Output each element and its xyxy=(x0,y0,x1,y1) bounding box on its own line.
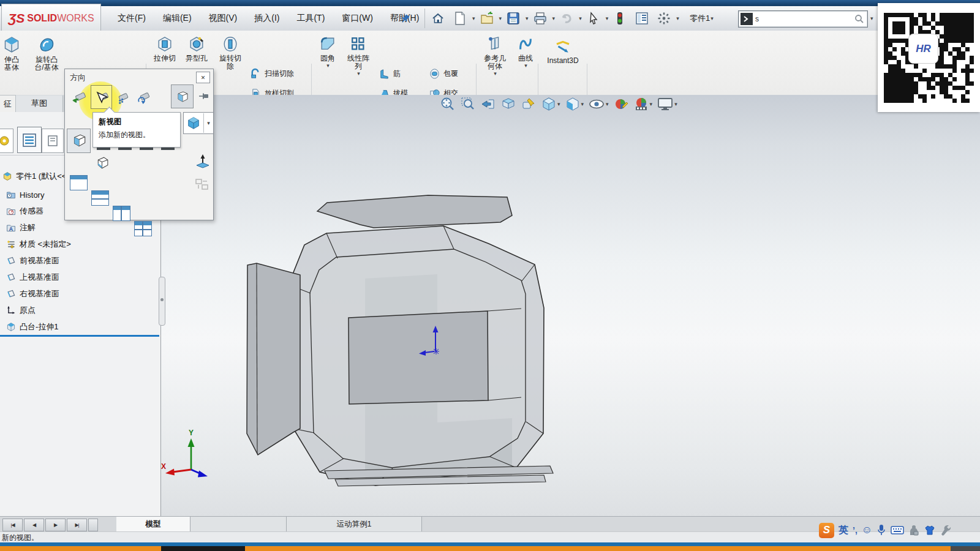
rib-button[interactable]: 筋 xyxy=(379,64,401,83)
search-commands-icon[interactable] xyxy=(741,13,753,25)
dialog-close-button[interactable]: ✕ xyxy=(196,72,210,83)
new-view-button[interactable] xyxy=(91,85,112,109)
prev-tab-nav-button[interactable]: ◀ xyxy=(24,519,44,531)
save-button[interactable] xyxy=(503,8,524,29)
document-switcher[interactable]: 零件1 ▾ xyxy=(690,6,714,31)
single-viewport-button[interactable] xyxy=(70,175,88,190)
dropdown-caret-icon[interactable]: ▾ xyxy=(676,15,679,21)
menu-view[interactable]: 视图(V) xyxy=(200,6,246,31)
linear-pattern-button[interactable]: 线性阵 列 ▾ xyxy=(342,32,375,94)
dropdown-caret-icon[interactable]: ▾ xyxy=(674,101,677,107)
dropdown-caret-icon[interactable]: ▾ xyxy=(499,15,502,21)
pattern-dropdown-caret-icon[interactable]: ▾ xyxy=(357,70,360,77)
tree-item-boss-extrude1[interactable]: 凸台-拉伸1 xyxy=(0,319,160,335)
section-view-icon[interactable] xyxy=(500,96,516,112)
dropdown-caret-icon[interactable]: ▾ xyxy=(526,15,529,21)
dropdown-caret-icon[interactable]: ▾ xyxy=(710,15,714,21)
dropdown-caret-icon[interactable]: ▾ xyxy=(581,101,584,107)
video-progress-bar[interactable] xyxy=(0,546,980,551)
tree-item-front-plane[interactable]: 前视基准面 xyxy=(0,253,160,269)
dropdown-caret-icon[interactable]: ▾ xyxy=(606,101,609,107)
model-top-plate[interactable] xyxy=(317,195,512,228)
four-viewport-button[interactable] xyxy=(134,221,152,236)
rollback-bar[interactable] xyxy=(0,335,159,337)
combo-dropdown-caret-icon[interactable]: ▾ xyxy=(203,113,213,133)
select-cursor-button[interactable] xyxy=(583,8,604,29)
view-orientation-button[interactable]: ▾ xyxy=(541,96,560,112)
search-icon[interactable] xyxy=(854,14,864,24)
dimetric-view-button[interactable] xyxy=(91,152,112,173)
ime-mic-icon[interactable] xyxy=(876,524,886,536)
search-box[interactable]: s xyxy=(738,10,868,28)
fillet-dropdown-caret-icon[interactable]: ▾ xyxy=(326,62,330,69)
options-list-button[interactable] xyxy=(631,8,652,29)
dropdown-caret-icon[interactable]: ▾ xyxy=(606,15,609,21)
tab-sketch[interactable]: 草图 xyxy=(16,96,63,112)
tree-item-origin[interactable]: 原点 xyxy=(0,302,160,318)
tab-model[interactable]: 模型 xyxy=(116,517,190,531)
swept-cut-button[interactable]: 扫描切除 xyxy=(250,64,294,83)
search-input[interactable]: s xyxy=(755,15,854,23)
ime-toolbox-icon[interactable] xyxy=(908,524,919,536)
annotation-view-icon[interactable] xyxy=(521,96,537,112)
revolved-cut-button[interactable]: 旋转切 除 xyxy=(214,32,246,94)
ime-skin-shirt-icon[interactable] xyxy=(924,524,936,536)
tree-item-right-plane[interactable]: 右视基准面 xyxy=(0,286,160,302)
ime-keyboard-icon[interactable] xyxy=(891,525,904,535)
two-viewport-horizontal-button[interactable] xyxy=(91,190,109,206)
pin-menu-icon[interactable] xyxy=(395,8,416,29)
model-center-face[interactable] xyxy=(349,311,488,404)
last-tab-nav-button[interactable]: ▶| xyxy=(67,519,87,531)
fillet-button[interactable]: 圆角 ▾ xyxy=(314,32,342,94)
undo-button[interactable] xyxy=(556,8,577,29)
tab-features[interactable]: 征 xyxy=(0,95,16,112)
normal-to-button[interactable] xyxy=(192,151,213,173)
ime-language-toggle[interactable]: 英 xyxy=(839,524,848,537)
reference-geometry-button[interactable]: 参考几 何体 ▾ xyxy=(478,32,512,94)
zoom-area-icon[interactable] xyxy=(460,96,476,112)
view-selector-button[interactable] xyxy=(69,86,89,107)
part-3d-model[interactable] xyxy=(227,184,606,493)
update-standard-views-button[interactable] xyxy=(113,86,133,107)
search-dropdown-caret-icon[interactable]: ▾ xyxy=(870,15,873,21)
extrude-boss-button[interactable]: 伸凸 基体 xyxy=(0,32,27,94)
menu-tools[interactable]: 工具(T) xyxy=(288,6,333,31)
menu-window[interactable]: 窗口(W) xyxy=(333,6,382,31)
tree-item-material[interactable]: 材质 <未指定> xyxy=(0,236,160,252)
next-tab-nav-button[interactable]: ▶ xyxy=(45,519,66,531)
ime-punctuation-toggle[interactable]: ’, xyxy=(853,525,858,535)
home-button[interactable] xyxy=(428,8,448,29)
zoom-fit-icon[interactable] xyxy=(440,96,456,112)
open-button[interactable] xyxy=(477,8,497,29)
panel-tab-clipped[interactable] xyxy=(0,129,13,153)
dropdown-caret-icon[interactable]: ▾ xyxy=(557,101,560,107)
reset-standard-views-button[interactable] xyxy=(134,86,153,107)
display-style-button[interactable]: ▾ xyxy=(565,96,584,112)
sogou-logo-icon[interactable]: S xyxy=(819,523,834,538)
menu-file[interactable]: 文件(F) xyxy=(109,6,154,31)
apply-scene-button[interactable]: ▾ xyxy=(633,96,653,112)
hide-show-items-button[interactable]: ▾ xyxy=(588,96,609,112)
dropdown-caret-icon[interactable]: ▾ xyxy=(552,15,556,21)
dropdown-caret-icon[interactable]: ▾ xyxy=(650,101,653,107)
view-cube-toggle-button[interactable] xyxy=(171,84,194,108)
instant3d-button[interactable]: Instant3D xyxy=(541,36,584,98)
two-viewport-vertical-button[interactable] xyxy=(113,206,130,221)
menu-edit[interactable]: 编辑(E) xyxy=(154,6,200,31)
panel-tab-property-manager[interactable] xyxy=(42,129,64,153)
view-settings-button[interactable]: ▾ xyxy=(657,96,677,112)
dropdown-caret-icon[interactable]: ▾ xyxy=(472,15,475,21)
first-tab-nav-button[interactable]: |◀ xyxy=(2,519,23,531)
print-button[interactable] xyxy=(530,8,551,29)
panel-splitter-handle[interactable] xyxy=(159,277,165,326)
model-left-flange[interactable] xyxy=(247,263,300,455)
dropdown-caret-icon[interactable]: ▾ xyxy=(579,15,582,21)
refgeo-dropdown-caret-icon[interactable]: ▾ xyxy=(494,70,497,77)
tab-3d-views[interactable] xyxy=(190,517,287,531)
isometric-view-combo[interactable]: ▾ xyxy=(183,112,214,134)
wrap-button[interactable]: 包覆 xyxy=(429,64,458,83)
ime-wrench-icon[interactable] xyxy=(940,524,951,536)
pin-dialog-button[interactable] xyxy=(196,86,212,106)
ime-emoji-button[interactable]: ☺ xyxy=(862,524,872,536)
menu-insert[interactable]: 插入(I) xyxy=(246,6,288,31)
